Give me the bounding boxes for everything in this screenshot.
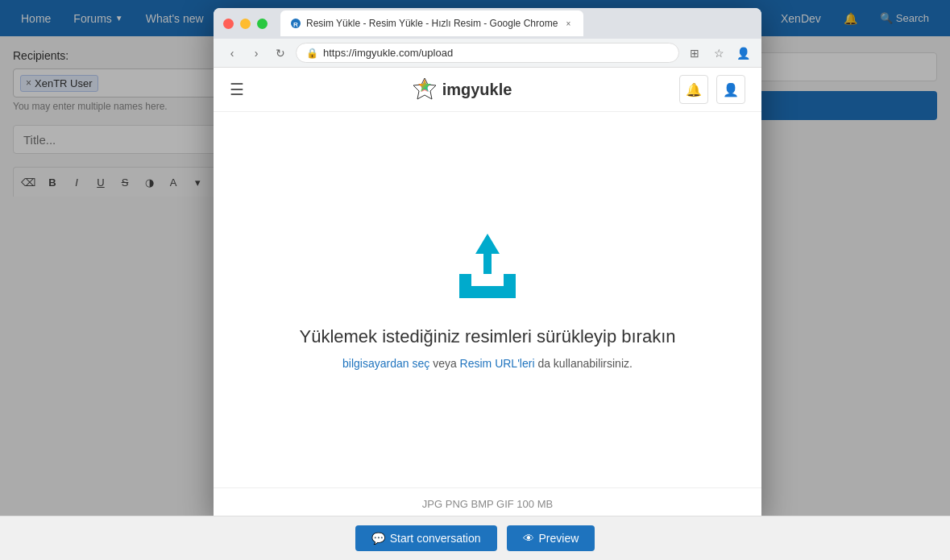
bottom-bar: 💬 Start conversation 👁 Preview xyxy=(0,516,950,560)
chrome-tab[interactable]: R Resim Yükle - Resim Yükle - Hızlı Resi… xyxy=(280,10,583,36)
svg-marker-5 xyxy=(475,234,500,274)
tab-close-button[interactable]: × xyxy=(562,18,574,29)
image-url-link[interactable]: Resim URL'leri xyxy=(460,357,535,370)
tab-favicon: R xyxy=(290,18,301,29)
chrome-url-bar[interactable]: 🔒 https://imgyukle.com/upload xyxy=(296,43,679,63)
logo-text: imgyukle xyxy=(442,81,512,99)
url-text: https://imgyukle.com/upload xyxy=(323,47,453,59)
chrome-back-button[interactable]: ‹ xyxy=(223,44,241,62)
upload-area[interactable]: Yüklemek istediğiniz resimleri sürükleyi… xyxy=(214,112,761,487)
chrome-close-button[interactable] xyxy=(223,19,234,29)
notification-icon-button[interactable]: 🔔 xyxy=(679,75,708,104)
svg-text:R: R xyxy=(293,21,298,28)
user-account-button[interactable]: 👤 xyxy=(716,75,745,104)
upload-title: Yüklemek istediğiniz resimleri sürükleyi… xyxy=(299,326,675,347)
upload-footer: JPG PNG BMP GIF 100 MB xyxy=(214,487,761,520)
conversation-icon: 💬 xyxy=(371,532,385,545)
chrome-maximize-button[interactable] xyxy=(257,19,268,29)
chrome-bookmark-icon[interactable]: ☆ xyxy=(710,44,728,62)
imgyukle-logo: imgyukle xyxy=(412,77,512,102)
chrome-user-icon[interactable]: 👤 xyxy=(734,44,752,62)
chrome-refresh-button[interactable]: ↻ xyxy=(272,44,289,62)
header-icons: 🔔 👤 xyxy=(679,75,745,104)
lock-icon: 🔒 xyxy=(306,48,318,59)
tab-title: Resim Yükle - Resim Yükle - Hızlı Resim … xyxy=(306,18,558,29)
imgyukle-content: ☰ xyxy=(214,68,761,520)
start-conversation-button[interactable]: 💬 Start conversation xyxy=(355,525,497,551)
hamburger-menu-button[interactable]: ☰ xyxy=(230,80,244,99)
upload-subtitle-middle: veya xyxy=(433,357,459,370)
chrome-address-icons: ⊞ ☆ 👤 xyxy=(686,44,752,62)
chrome-forward-button[interactable]: › xyxy=(247,44,265,62)
chrome-translate-icon[interactable]: ⊞ xyxy=(686,44,703,62)
chrome-window: R Resim Yükle - Resim Yükle - Hızlı Resi… xyxy=(214,8,761,520)
preview-icon: 👁 xyxy=(523,532,534,545)
chrome-minimize-button[interactable] xyxy=(240,19,251,29)
logo-icon xyxy=(412,77,438,102)
chrome-address-bar: ‹ › ↻ 🔒 https://imgyukle.com/upload ⊞ ☆ … xyxy=(214,39,761,68)
upload-icon xyxy=(447,230,528,310)
upload-subtitle-after: da kullanabilirsiniz. xyxy=(537,357,633,370)
chrome-title-bar: R Resim Yükle - Resim Yükle - Hızlı Resi… xyxy=(214,8,761,39)
upload-subtitle: bilgisayardan seç veya Resim URL'leri da… xyxy=(342,357,633,370)
imgyukle-header: ☰ xyxy=(214,68,761,112)
preview-button[interactable]: 👁 Preview xyxy=(507,525,595,551)
select-from-computer-link[interactable]: bilgisayardan seç xyxy=(342,357,429,370)
